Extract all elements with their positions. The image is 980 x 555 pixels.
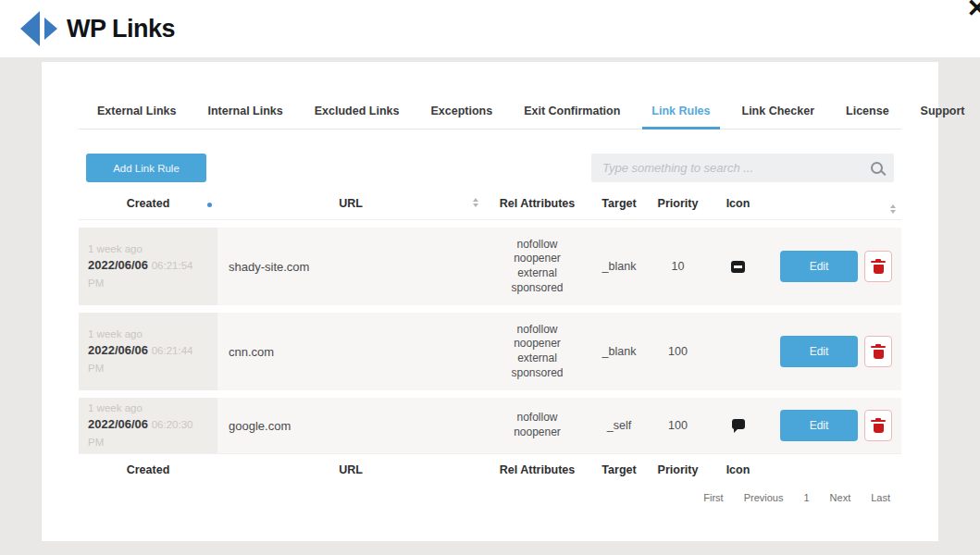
- pagination-next[interactable]: Next: [830, 492, 851, 503]
- created-relative: 1 week ago: [88, 401, 208, 416]
- toolbar: Add Link Rule: [79, 154, 901, 182]
- pagination: First Previous 1 Next Last: [79, 492, 901, 503]
- tab-link-rules[interactable]: Link Rules: [650, 105, 712, 117]
- sort-arrows-icon[interactable]: [473, 198, 478, 207]
- priority-cell: 100: [648, 345, 708, 358]
- search-input[interactable]: [602, 161, 871, 175]
- pagination-page-1[interactable]: 1: [803, 492, 809, 503]
- minus-square-icon: [731, 261, 745, 273]
- rel-attributes-cell: nofollow noopener external sponsored: [484, 228, 590, 304]
- rel-attributes-cell: nofollow noopener: [484, 401, 590, 449]
- target-cell: _self: [590, 419, 648, 432]
- url-cell: cnn.com: [217, 345, 484, 359]
- tab-external-links[interactable]: External Links: [95, 105, 178, 117]
- priority-cell: 100: [648, 419, 708, 432]
- actions-cell: Edit: [768, 251, 901, 282]
- actions-cell: Edit: [768, 410, 901, 441]
- tab-exit-confirmation[interactable]: Exit Confirmation: [522, 105, 622, 117]
- created-cell: 1 week ago 2022/06/06 06:21:54 PM: [79, 228, 217, 305]
- tab-internal-links[interactable]: Internal Links: [205, 105, 284, 117]
- delete-button[interactable]: [864, 410, 892, 441]
- created-relative: 1 week ago: [88, 241, 208, 257]
- tab-link-checker[interactable]: Link Checker: [740, 105, 817, 117]
- column-header-url[interactable]: URL: [217, 197, 484, 210]
- close-icon[interactable]: ✕: [966, 0, 980, 21]
- footer-header-icon: Icon: [708, 463, 768, 476]
- tab-excluded-links[interactable]: Excluded Links: [313, 105, 402, 117]
- created-cell: 1 week ago 2022/06/06 06:21:44 PM: [79, 313, 217, 390]
- priority-cell: 10: [648, 260, 708, 273]
- delete-button[interactable]: [864, 336, 892, 367]
- rel-attributes-cell: nofollow noopener external sponsored: [484, 314, 590, 389]
- edit-button[interactable]: Edit: [780, 336, 858, 367]
- trash-icon: [874, 424, 884, 433]
- pagination-previous[interactable]: Previous: [744, 492, 784, 503]
- trash-icon: [874, 350, 884, 359]
- created-date-line: 2022/06/06 06:20:30 PM: [88, 416, 208, 450]
- url-cell: google.com: [217, 419, 484, 433]
- footer-header-url: URL: [217, 463, 484, 476]
- footer-header-priority: Priority: [648, 463, 708, 476]
- top-bar: WP Links ✕: [0, 0, 980, 57]
- created-date: 2022/06/06: [88, 417, 148, 431]
- wp-links-logo: WP Links: [20, 10, 175, 47]
- created-date: 2022/06/06: [88, 343, 148, 357]
- icon-cell: [708, 422, 768, 429]
- table-row: 1 week ago 2022/06/06 06:21:54 PM shady-…: [79, 228, 901, 305]
- table-header: Created URL Rel Attributes Target Priori…: [79, 197, 901, 220]
- tab-support[interactable]: Support: [919, 105, 967, 117]
- logo-text: WP Links: [67, 15, 175, 43]
- wp-links-logo-icon: [20, 10, 57, 47]
- target-cell: _blank: [590, 345, 648, 358]
- search-box[interactable]: [591, 154, 894, 182]
- created-date-line: 2022/06/06 06:21:54 PM: [88, 257, 208, 290]
- column-header-icon[interactable]: Icon: [708, 197, 768, 210]
- add-link-rule-button[interactable]: Add Link Rule: [86, 154, 206, 182]
- table-row: 1 week ago 2022/06/06 06:20:30 PM google…: [79, 398, 901, 453]
- footer-header-rel-attributes: Rel Attributes: [484, 463, 590, 476]
- icon-cell: [708, 261, 768, 273]
- sort-active-icon: [207, 203, 212, 207]
- edit-button[interactable]: Edit: [780, 251, 858, 282]
- logo-left-arrow-icon: [20, 11, 40, 46]
- tab-bar: External Links Internal Links Excluded L…: [79, 105, 901, 130]
- delete-button[interactable]: [864, 251, 892, 282]
- created-relative: 1 week ago: [88, 327, 208, 342]
- column-header-priority[interactable]: Priority: [648, 197, 708, 210]
- actions-cell: Edit: [768, 336, 901, 367]
- trash-icon: [874, 265, 884, 274]
- search-icon[interactable]: [871, 162, 883, 174]
- table-footer: Created URL Rel Attributes Target Priori…: [79, 453, 901, 484]
- created-date: 2022/06/06: [88, 258, 148, 272]
- pagination-last[interactable]: Last: [871, 492, 890, 503]
- created-date-line: 2022/06/06 06:21:44 PM: [88, 342, 208, 376]
- pagination-first[interactable]: First: [703, 492, 723, 503]
- link-rules-panel: External Links Internal Links Excluded L…: [42, 62, 938, 541]
- comment-icon: [732, 419, 745, 429]
- tab-license[interactable]: License: [844, 105, 891, 117]
- sort-arrows-icon[interactable]: [890, 204, 896, 214]
- created-cell: 1 week ago 2022/06/06 06:20:30 PM: [79, 398, 217, 453]
- column-header-target[interactable]: Target: [590, 197, 648, 210]
- tab-exceptions[interactable]: Exceptions: [428, 105, 494, 117]
- column-header-rel-attributes[interactable]: Rel Attributes: [484, 197, 590, 210]
- footer-header-target: Target: [590, 463, 648, 476]
- url-cell: shady-site.com: [217, 260, 484, 274]
- logo-right-arrow-icon: [44, 18, 57, 40]
- footer-header-created: Created: [79, 463, 217, 476]
- edit-button[interactable]: Edit: [780, 410, 858, 441]
- table-row: 1 week ago 2022/06/06 06:21:44 PM cnn.co…: [79, 313, 901, 390]
- column-header-created[interactable]: Created: [79, 197, 217, 210]
- target-cell: _blank: [590, 260, 648, 273]
